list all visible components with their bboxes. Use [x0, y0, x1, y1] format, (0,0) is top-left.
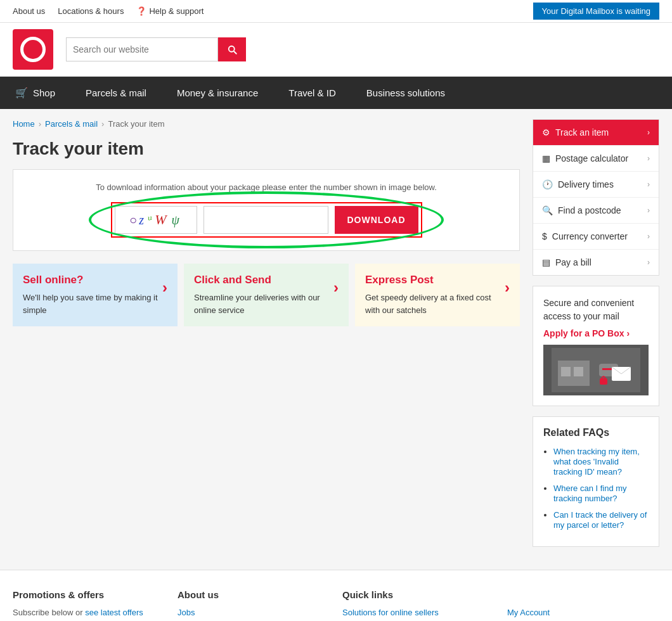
footer-solutions-link[interactable]: Solutions for online sellers	[342, 608, 494, 617]
faq-item-0: When tracking my item, what does 'Invali…	[553, 446, 649, 477]
related-faqs-list: When tracking my item, what does 'Invali…	[543, 446, 649, 530]
postage-icon: ▦	[542, 153, 550, 163]
currency-icon: $	[542, 231, 547, 241]
digital-mailbox-banner[interactable]: Your Digital Mailbox is waiting	[533, 3, 660, 20]
promo-card-express-post[interactable]: Express Post Get speedy delivery at a fi…	[355, 264, 520, 326]
sidebar-item-postage[interactable]: ▦ Postage calculator ›	[533, 146, 659, 172]
sidebar-track-label: Track an item	[555, 127, 609, 138]
captcha-input[interactable]	[204, 206, 328, 234]
sidebar-postage-label: Postage calculator	[555, 153, 628, 163]
pobox-title: Secure and convenient access to your mai…	[543, 297, 649, 323]
faq-item-1: Where can I find my tracking number?	[553, 483, 649, 503]
help-icon: ❓	[136, 6, 146, 16]
logo	[13, 29, 53, 70]
postage-chevron-icon: ›	[647, 154, 650, 163]
breadcrumb: Home › Parcels & mail › Track your item	[13, 119, 520, 129]
footer-promo-title: Promotions & offers	[13, 589, 165, 600]
sidebar-item-delivery-left: 🕐 Delivery times	[542, 179, 614, 189]
delivery-chevron-icon: ›	[647, 180, 650, 189]
bill-chevron-icon: ›	[647, 258, 650, 267]
sidebar-postcode-label: Find a postcode	[558, 205, 621, 215]
track-icon: ⚙	[542, 127, 550, 138]
promo-card-click-body: Streamline your deliveries with our onli…	[194, 291, 333, 316]
header	[0, 23, 672, 77]
main-layout: Home › Parcels & mail › Track your item …	[0, 109, 672, 557]
breadcrumb-sep-1: ›	[39, 119, 41, 129]
sidebar-item-postage-left: ▦ Postage calculator	[542, 153, 628, 163]
captcha-image: ○ z ᵘ W ψ	[115, 206, 197, 234]
footer-my-account-link[interactable]: My Account	[507, 608, 659, 617]
delivery-icon: 🕐	[542, 179, 553, 189]
footer: Promotions & offers Subscribe below or s…	[0, 570, 672, 621]
sidebar-item-track-left: ⚙ Track an item	[542, 127, 609, 138]
cart-icon: 🛒	[15, 87, 28, 99]
footer-promo-link[interactable]: see latest offers	[85, 608, 143, 617]
page-title: Track your item	[13, 139, 520, 159]
sidebar-item-delivery[interactable]: 🕐 Delivery times ›	[533, 172, 659, 198]
footer-quick2-title	[507, 589, 659, 600]
sidebar-delivery-label: Delivery times	[558, 179, 614, 189]
nav-parcels-mail[interactable]: Parcels & mail	[70, 77, 162, 109]
footer-quick-links: Quick links Solutions for online sellers…	[342, 589, 494, 621]
promo-card-sell-title: Sell online?	[23, 274, 162, 286]
sidebar-item-bill-left: ▤ Pay a bill	[542, 257, 591, 267]
postcode-chevron-icon: ›	[647, 206, 650, 215]
main-nav: 🛒 Shop Parcels & mail Money & insurance …	[0, 77, 672, 109]
currency-chevron-icon: ›	[647, 232, 650, 241]
search-input[interactable]	[66, 37, 218, 61]
download-button[interactable]: DOWNLOAD	[335, 206, 418, 234]
faq-link-1[interactable]: Where can I find my tracking number?	[553, 483, 627, 503]
faq-link-2[interactable]: Can I track the delivery of my parcel or…	[553, 510, 647, 530]
sidebar-item-currency-left: $ Currency converter	[542, 231, 628, 241]
related-faqs-title: Related FAQs	[543, 427, 649, 439]
locations-hours-link[interactable]: Locations & hours	[58, 6, 124, 16]
about-us-link[interactable]: About us	[13, 6, 45, 16]
footer-quick-title: Quick links	[342, 589, 494, 600]
sidebar-item-postcode[interactable]: 🔍 Find a postcode ›	[533, 198, 659, 224]
footer-jobs-link[interactable]: Jobs	[178, 608, 330, 617]
breadcrumb-parcels-mail[interactable]: Parcels & mail	[45, 119, 98, 129]
footer-promotions: Promotions & offers Subscribe below or s…	[13, 589, 165, 621]
pobox-link[interactable]: Apply for a PO Box ›	[543, 328, 630, 338]
breadcrumb-home[interactable]: Home	[13, 119, 35, 129]
pobox-image	[543, 345, 649, 395]
svg-rect-3	[574, 367, 583, 376]
promo-card-express-arrow: ›	[505, 279, 510, 297]
promo-card-sell-arrow: ›	[162, 279, 167, 297]
track-form-container: To download information about your packa…	[13, 169, 520, 251]
nav-travel-id[interactable]: Travel & ID	[273, 77, 351, 109]
promo-card-click-send[interactable]: Click and Send Streamline your deliverie…	[184, 264, 349, 326]
search-button[interactable]	[218, 37, 246, 61]
help-support-link[interactable]: ❓ Help & support	[136, 6, 204, 16]
top-bar: About us Locations & hours ❓ Help & supp…	[0, 0, 672, 23]
breadcrumb-sep-2: ›	[101, 119, 104, 129]
track-chevron-icon: ›	[647, 128, 650, 137]
faq-link-0[interactable]: When tracking my item, what does 'Invali…	[553, 447, 640, 477]
search-icon	[226, 44, 238, 55]
sidebar: ⚙ Track an item › ▦ Postage calculator ›…	[533, 119, 659, 547]
sidebar-item-track[interactable]: ⚙ Track an item ›	[533, 120, 659, 146]
nav-shop[interactable]: 🛒 Shop	[0, 77, 70, 109]
footer-grid: Promotions & offers Subscribe below or s…	[13, 589, 659, 621]
nav-business-solutions[interactable]: Business solutions	[351, 77, 460, 109]
svg-rect-9	[600, 378, 607, 385]
captcha-row: ○ z ᵘ W ψ DOWNLOAD	[111, 202, 422, 238]
main-content: Home › Parcels & mail › Track your item …	[13, 119, 520, 547]
footer-promo-desc: Subscribe below or see latest offers	[13, 608, 165, 617]
promo-card-click-title: Click and Send	[194, 274, 333, 286]
track-description: To download information about your packa…	[26, 182, 507, 192]
breadcrumb-current: Track your item	[108, 119, 164, 129]
promo-card-sell-body: We'll help you save time by making it si…	[23, 291, 162, 316]
promo-card-express-title: Express Post	[365, 274, 505, 286]
sidebar-pobox: Secure and convenient access to your mai…	[533, 286, 659, 406]
faq-item-2: Can I track the delivery of my parcel or…	[553, 509, 649, 530]
sidebar-item-bill[interactable]: ▤ Pay a bill ›	[533, 250, 659, 275]
nav-money-insurance[interactable]: Money & insurance	[162, 77, 273, 109]
sidebar-item-currency[interactable]: $ Currency converter ›	[533, 224, 659, 250]
search-bar	[66, 37, 246, 61]
promo-cards: Sell online? We'll help you save time by…	[13, 264, 520, 326]
promo-card-sell-online[interactable]: Sell online? We'll help you save time by…	[13, 264, 178, 326]
related-faqs: Related FAQs When tracking my item, what…	[533, 416, 659, 547]
logo-circle	[20, 37, 46, 62]
footer-about-us: About us Jobs News & media Locations & h…	[178, 589, 330, 621]
